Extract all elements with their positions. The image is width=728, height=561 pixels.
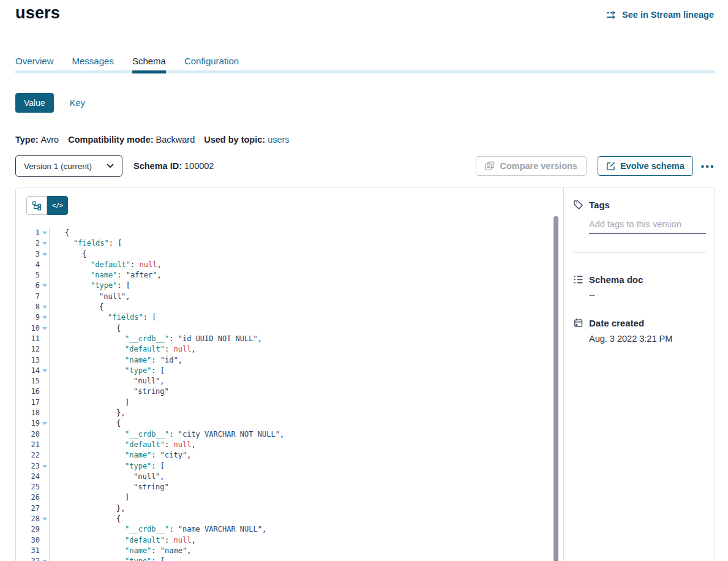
code-line: 14"type": [ xyxy=(16,366,563,376)
line-number: 28 xyxy=(16,514,40,524)
schema-doc-section: Schema doc -- xyxy=(573,274,706,300)
fold-triangle-icon[interactable] xyxy=(42,465,47,468)
fold-gutter xyxy=(40,323,50,334)
line-number: 32 xyxy=(16,556,40,561)
tab-configuration[interactable]: Configuration xyxy=(184,55,239,70)
line-number: 2 xyxy=(16,238,40,249)
line-number: 25 xyxy=(16,482,40,492)
fold-gutter xyxy=(40,429,50,440)
tree-view-button[interactable] xyxy=(26,196,47,215)
tab-schema[interactable]: Schema xyxy=(132,55,166,70)
code-text: "type": [ xyxy=(50,461,165,472)
version-select[interactable]: Version 1 (current) xyxy=(15,155,122,177)
fold-gutter xyxy=(40,376,50,386)
fold-triangle-icon[interactable] xyxy=(42,422,47,425)
fold-gutter xyxy=(40,492,50,503)
evolve-schema-label: Evolve schema xyxy=(620,161,685,171)
line-number: 23 xyxy=(16,461,40,472)
line-number: 3 xyxy=(16,249,40,260)
vertical-scrollbar[interactable] xyxy=(554,216,558,561)
fold-triangle-icon[interactable] xyxy=(42,316,47,319)
code-line: 22"name": "city", xyxy=(16,450,563,461)
code-text: ] xyxy=(50,492,129,503)
topic-link[interactable]: users xyxy=(268,135,289,145)
evolve-schema-button[interactable]: Evolve schema xyxy=(598,156,693,176)
line-number: 22 xyxy=(16,450,40,461)
fold-triangle-icon[interactable] xyxy=(42,369,47,372)
line-number: 1 xyxy=(16,228,40,238)
calendar-plus-icon xyxy=(573,318,584,328)
code-line: 11"__crdb__": "id UUID NOT NULL", xyxy=(16,334,563,344)
code-line: 8{ xyxy=(16,302,563,312)
fold-triangle-icon[interactable] xyxy=(42,242,47,245)
code-text: "default": null, xyxy=(50,260,162,270)
fold-gutter xyxy=(40,397,50,408)
fold-gutter xyxy=(40,292,50,302)
fold-gutter xyxy=(40,386,50,397)
fold-triangle-icon[interactable] xyxy=(42,253,47,256)
code-line: 13"name": "id", xyxy=(16,355,563,366)
line-number: 30 xyxy=(16,535,40,546)
code-panel: </> 1{2"fields": [3{4"default": null,5"n… xyxy=(16,187,563,561)
fold-triangle-icon[interactable] xyxy=(42,327,47,330)
code-line: 15"null", xyxy=(16,376,563,386)
line-number: 29 xyxy=(16,524,40,535)
edit-schema-icon xyxy=(606,162,615,171)
line-number: 27 xyxy=(16,503,40,514)
code-text: "name": "name", xyxy=(50,546,191,556)
code-text: "__crdb__": "name VARCHAR NULL", xyxy=(50,524,266,535)
compare-versions-button[interactable]: Compare versions xyxy=(476,156,587,176)
meta-label: Compatibility mode: xyxy=(68,135,153,145)
more-options-button[interactable]: ••• xyxy=(701,161,715,171)
code-line: 4"default": null, xyxy=(16,260,563,270)
tags-section: Tags xyxy=(573,200,706,253)
line-number: 19 xyxy=(16,418,40,429)
code-line: 17] xyxy=(16,397,563,408)
code-line: 32"type": [ xyxy=(16,556,563,561)
code-line: 24"null", xyxy=(16,472,563,482)
date-created-value: Aug. 3 2022 3:21 PM xyxy=(589,334,706,344)
line-number: 5 xyxy=(16,270,40,280)
fold-triangle-icon[interactable] xyxy=(42,284,47,287)
fold-triangle-icon[interactable] xyxy=(42,518,47,521)
fold-gutter xyxy=(40,280,50,291)
fold-gutter xyxy=(40,312,50,323)
meta-value: Backward xyxy=(156,135,195,145)
line-number: 11 xyxy=(16,334,40,344)
version-select-value: Version 1 (current) xyxy=(24,162,92,171)
code-text: "string" xyxy=(50,482,169,492)
key-tab-link[interactable]: Key xyxy=(70,98,85,108)
code-view-button[interactable]: </> xyxy=(47,196,68,215)
schema-doc-title: Schema doc xyxy=(589,274,643,285)
line-number: 17 xyxy=(16,397,40,408)
meta-label: Used by topic: xyxy=(204,135,265,145)
see-in-stream-lineage-link[interactable]: See in Stream lineage xyxy=(606,10,714,20)
tags-title: Tags xyxy=(589,200,610,210)
line-number: 16 xyxy=(16,386,40,397)
version-toolbar: Version 1 (current) Schema ID: 100002 Co… xyxy=(15,155,715,177)
code-line: 28{ xyxy=(16,514,563,524)
value-tab-button[interactable]: Value xyxy=(15,93,54,113)
meta-value: Avro xyxy=(41,135,59,145)
fold-gutter xyxy=(40,228,50,238)
line-number: 18 xyxy=(16,408,40,418)
fold-gutter xyxy=(40,503,50,514)
fold-gutter xyxy=(40,450,50,461)
fold-gutter xyxy=(40,302,50,312)
compare-versions-icon xyxy=(485,161,495,171)
schema-card: </> 1{2"fields": [3{4"default": null,5"n… xyxy=(15,187,715,561)
line-number: 12 xyxy=(16,344,40,355)
code-text: "fields": [ xyxy=(50,238,122,249)
line-number: 20 xyxy=(16,429,40,440)
fold-triangle-icon[interactable] xyxy=(42,232,47,235)
tab-overview[interactable]: Overview xyxy=(15,55,54,70)
code-line: 3{ xyxy=(16,249,563,260)
code-text: "name": "id", xyxy=(50,355,182,366)
fold-gutter xyxy=(40,482,50,492)
add-tags-input[interactable] xyxy=(589,218,706,234)
tab-messages[interactable]: Messages xyxy=(72,55,114,70)
code-text: "type": [ xyxy=(50,280,130,291)
fold-triangle-icon[interactable] xyxy=(42,306,47,309)
code-text: { xyxy=(50,418,121,429)
code-text: "__crdb__": "city VARCHAR NOT NULL", xyxy=(50,429,284,440)
